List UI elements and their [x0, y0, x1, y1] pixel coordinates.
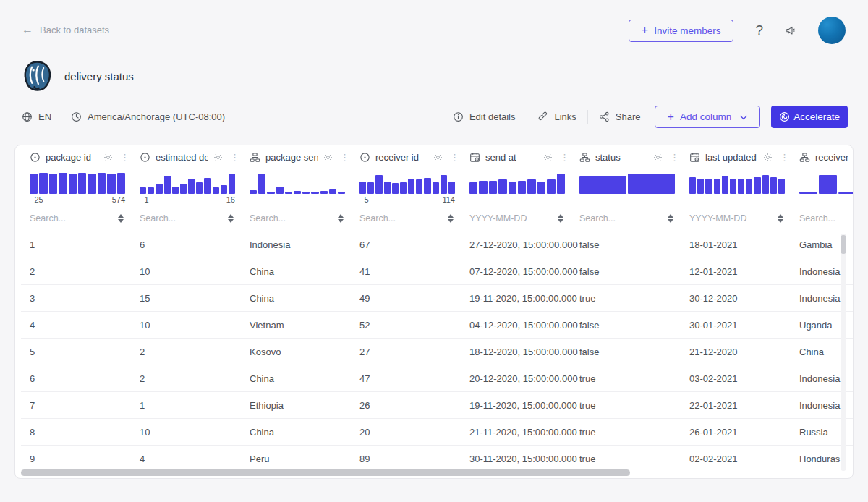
table-cell: 2	[131, 372, 241, 385]
sort-toggle[interactable]	[776, 213, 785, 224]
table-row[interactable]: 315China4919-11-2020, 15:00:00.000true30…	[21, 285, 854, 312]
table-row[interactable]: 410Vietnam5204-12-2020, 15:00:00.000fals…	[21, 312, 854, 339]
column-histogram	[791, 169, 854, 205]
table-row[interactable]: 16Indonesia6727-12-2020, 15:00:00.000fal…	[21, 231, 854, 258]
table-cell: China	[241, 372, 351, 385]
column-drag-dots-icon[interactable]: ⋮	[560, 152, 569, 163]
sort-desc-icon	[448, 219, 454, 223]
user-avatar[interactable]	[818, 17, 846, 44]
column-drag-dots-icon[interactable]: ⋮	[450, 152, 459, 163]
gear-icon[interactable]	[543, 153, 553, 162]
plus-icon: +	[668, 111, 674, 123]
histogram-bar	[338, 192, 345, 194]
announcements-icon[interactable]	[785, 25, 796, 36]
table-row[interactable]: 71Ethiopia2619-11-2020, 15:00:00.000true…	[21, 392, 854, 419]
vertical-scrollbar[interactable]	[841, 234, 846, 471]
column-header-package-sent-frc[interactable]: package sent frc⋮	[241, 145, 351, 169]
gear-icon[interactable]	[103, 153, 113, 162]
cell-value: Ethiopia	[250, 400, 284, 411]
table-row[interactable]: 810China2021-11-2020, 15:00:00.000true26…	[21, 419, 854, 446]
help-icon[interactable]: ?	[755, 22, 763, 38]
histogram-bar	[722, 176, 728, 194]
column-header-status[interactable]: status⋮	[571, 145, 681, 169]
sort-toggle[interactable]	[446, 213, 455, 224]
calendar-type-icon	[689, 152, 700, 163]
column-drag-dots-icon[interactable]: ⋮	[230, 152, 239, 163]
column-drag-dots-icon[interactable]: ⋮	[120, 152, 129, 163]
histogram-bars[interactable]	[689, 173, 785, 194]
column-header-receiver[interactable]: receiver⋮	[791, 145, 854, 169]
cell-value: 2	[30, 266, 35, 277]
histogram-bars[interactable]	[799, 173, 854, 194]
cell-value: true	[579, 427, 595, 438]
table-row[interactable]: 62China4720-12-2020, 15:00:00.000true03-…	[21, 365, 854, 392]
column-drag-dots-icon[interactable]: ⋮	[670, 152, 679, 163]
histogram-bar	[172, 187, 179, 194]
histogram-bars[interactable]	[469, 173, 565, 194]
add-column-button[interactable]: + Add column	[655, 106, 761, 128]
table-row[interactable]: 94Peru8930-11-2020, 15:00:00.000true02-0…	[21, 446, 854, 472]
gear-icon[interactable]	[763, 153, 773, 162]
histogram-bars[interactable]	[140, 173, 235, 194]
column-header-package-id[interactable]: package id⋮	[21, 145, 131, 169]
links-button[interactable]: Links	[538, 111, 576, 122]
edit-details-button[interactable]: Edit details	[453, 111, 516, 122]
sort-asc-icon	[118, 214, 124, 218]
histogram-bar	[628, 174, 675, 194]
cell-value: China	[799, 346, 824, 357]
table-cell: 22-01-2021	[681, 399, 791, 412]
column-header-estimated-deliv[interactable]: estimated deliv⋮	[131, 145, 241, 169]
invite-members-button[interactable]: + Invite members	[629, 20, 734, 42]
histogram-bar	[164, 176, 171, 194]
search-input[interactable]: YYYY-MM-DD	[469, 213, 527, 224]
accelerate-button[interactable]: Accelerate	[771, 106, 848, 128]
column-header-receiver-id[interactable]: receiver id⋮	[351, 145, 461, 169]
search-input[interactable]: YYYY-MM-DD	[689, 213, 746, 224]
postgresql-logo-icon	[20, 59, 54, 93]
back-to-datasets-link[interactable]: ← Back to datasets	[22, 24, 109, 35]
search-input[interactable]: Search...	[250, 213, 286, 224]
horizontal-scrollbar-thumb[interactable]	[21, 469, 630, 476]
histogram-bars[interactable]	[359, 173, 455, 194]
search-input[interactable]: Search...	[140, 213, 176, 224]
cell-value: 03-02-2021	[689, 373, 738, 384]
table-row[interactable]: 210China4107-12-2020, 15:00:00.000false1…	[21, 258, 854, 285]
sort-toggle[interactable]	[666, 213, 675, 224]
gear-icon[interactable]	[653, 153, 663, 162]
histogram-bars[interactable]	[250, 173, 345, 194]
column-drag-dots-icon[interactable]: ⋮	[780, 152, 789, 163]
language-selector[interactable]: EN	[22, 111, 51, 122]
sort-toggle[interactable]	[336, 213, 345, 224]
search-input[interactable]: Search...	[30, 213, 66, 224]
search-input[interactable]: Search...	[799, 213, 835, 224]
sort-toggle[interactable]	[556, 213, 565, 224]
data-table-card: package id⋮estimated deliv⋮package sent …	[14, 145, 854, 479]
search-input[interactable]: Search...	[579, 213, 616, 224]
sort-toggle[interactable]	[116, 213, 125, 224]
table-cell: Peru	[241, 452, 351, 465]
cell-value: 26-01-2021	[689, 427, 738, 438]
histogram-bar	[88, 174, 95, 194]
gear-icon[interactable]	[213, 153, 223, 162]
gear-icon[interactable]	[433, 153, 443, 162]
search-input[interactable]: Search...	[359, 213, 396, 224]
share-button[interactable]: Share	[599, 111, 641, 122]
histogram-bar	[30, 174, 38, 194]
vertical-scrollbar-thumb[interactable]	[841, 235, 846, 254]
timezone-selector[interactable]: America/Anchorage (UTC-08:00)	[71, 111, 225, 122]
column-header-send-at[interactable]: send at⋮	[461, 145, 571, 169]
column-drag-dots-icon[interactable]: ⋮	[340, 152, 349, 163]
sort-toggle[interactable]	[226, 213, 235, 224]
histogram-bars[interactable]	[30, 173, 125, 194]
cell-value: 89	[359, 454, 370, 464]
column-header-last-updated-at[interactable]: last updated at⋮	[681, 145, 791, 169]
toolbar-divider	[61, 110, 61, 124]
histogram-bars[interactable]	[579, 173, 675, 194]
table-row[interactable]: 52Kosovo2718-12-2020, 15:00:00.000false2…	[21, 339, 854, 365]
gear-icon[interactable]	[323, 153, 333, 162]
cell-value: 15	[140, 293, 150, 304]
cell-value: 67	[359, 239, 370, 250]
globe-icon	[22, 111, 33, 122]
histogram-bar	[258, 174, 265, 194]
histogram-range-labels: −25574	[30, 195, 125, 204]
